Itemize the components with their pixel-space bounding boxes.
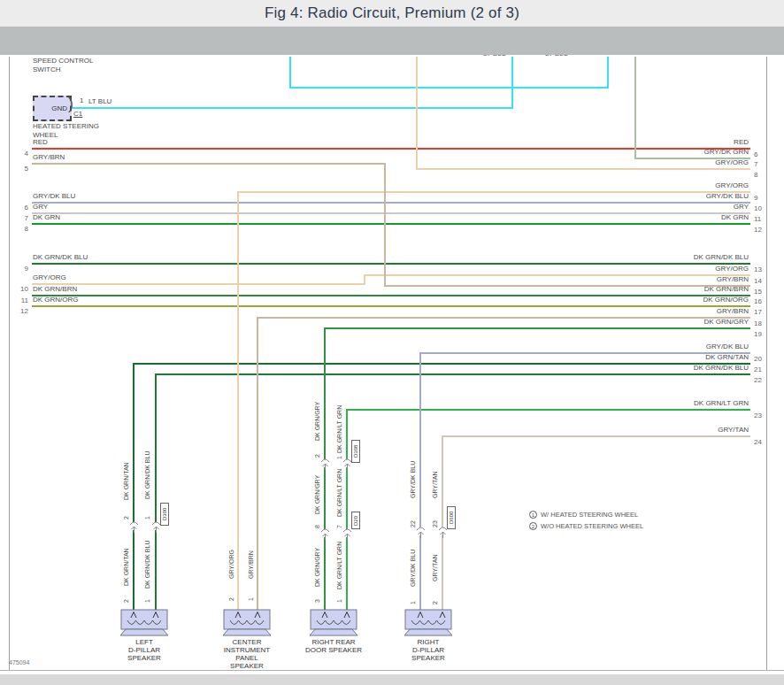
inline-connector-label: D600 [447,506,456,529]
wire-label-vertical: 3 [312,596,322,605]
wire-label-vertical: 1 [334,596,344,605]
inline-connector-label: D308 [351,440,360,463]
wire-segment-gry_brn [384,163,386,287]
wire-label: DK GRN/BRN [33,285,77,293]
wire-label-vertical: GRY/DK BLU [408,540,418,596]
wire-label-vertical: DK GRN/LT GRN [334,536,344,595]
wire-segment-gry_tan [442,435,750,437]
wire-label: DK GRN/TAN [572,353,749,361]
pin-number: 10 [16,285,28,293]
speaker-name: LEFT [96,638,193,646]
pin-number: 18 [754,319,762,327]
figure-title: Fig 4: Radio Circuit, Premium (2 of 3) [0,0,784,22]
gnd-pin-number: 1 [80,96,83,104]
wire-label-vertical: GRY/TAN [430,542,440,595]
wire-label: DK GRN/DK BLU [572,364,749,372]
pin-number: 24 [754,438,762,446]
pin-number: 14 [754,277,762,285]
inline-connector-label: D300 [160,503,169,526]
pin-number: 19 [754,330,762,338]
wire-segment-lt_blu [71,107,511,109]
footer-doc-number: 475094 [9,659,29,666]
pin-number: 7 [16,214,28,222]
speaker-name: D-PILLAR [380,646,477,654]
wire-segment-lt_blu [289,87,607,89]
speaker-name: SPEAKER [96,654,193,662]
pin-number: 6 [754,150,757,158]
pin-number: 11 [754,215,761,223]
speaker [404,609,452,637]
wire-label: GRY [572,203,749,211]
wire-label: GRY/DK BLU [572,342,749,350]
connector-c1-label: C1 [73,110,82,118]
speaker [223,609,271,637]
wire-label: DK GRN/LT GRN [572,399,749,407]
wire-label: GRY/ORG [572,265,749,273]
wire-label: GRY/ORG [33,273,66,281]
speaker-name: INSTRUMENT [198,646,296,654]
speaker-name: DOOR SPEAKER [285,646,382,654]
pin-number: 7 [754,160,757,168]
speaker-name: SPEAKER [198,662,296,670]
pin-number: 9 [754,194,757,202]
footer-strip [0,674,784,685]
speaker [310,609,357,637]
legend-item: 2 W/O HEATED STEERING WHEEL [529,522,643,530]
pin-number: 23 [754,412,762,419]
wire-segment-gry_dk_blu [419,352,421,611]
inline-connector-label: D20 [351,512,360,529]
wire-label: DK GRN [33,213,60,221]
wire-segment-gry_org [237,191,239,611]
wire-label: GRY/DK BLU [572,192,749,200]
speaker-name: RIGHT [380,638,477,646]
gray-band [0,27,784,55]
wire-label-vertical: GRY/ORG [227,536,236,593]
wire-segment-gry_brn [32,163,384,165]
wire-segment-dk_grn_lt_grn [346,409,750,411]
wire-label-vertical: DK GRN/LT GRN [334,412,344,453]
pin-number: 9 [16,265,28,273]
wire-label-vertical: 1 [246,595,256,604]
gnd-label: GND [51,104,67,112]
wire-segment-lt_blu [607,57,609,89]
diagram-frame-right [766,57,767,670]
wire-label-vertical: DK GRN/GRY [312,540,322,595]
inline-connector-break-icon [319,456,332,474]
wire-segment-dk_grn_dk_blu [155,373,750,375]
pin-number: 13 [754,266,762,273]
wire-label-vertical: DK GRN/GRY [312,391,322,451]
wire-label: DK GRN/DK BLU [572,253,749,261]
speed-control-switch-label: SWITCH [33,65,61,74]
wire-segment-lt_blu [289,57,291,89]
wire-label: DK GRN/ORG [33,296,79,304]
speaker-name: CENTER [198,638,296,646]
wire-segment-gry_org [32,283,364,285]
wire-label: DK GRN [572,213,749,221]
wire-label: GRY/DK GRN [572,148,749,156]
pin-number: 6 [16,204,28,212]
pin-number: 20 [754,355,762,363]
pin-number: 8 [754,171,757,179]
wire-segment-dk_grn_lt_grn [346,409,348,611]
wire-label-vertical: DK GRN/TAN [121,540,131,595]
heated-steering-wheel-label: HEATED STEERING [33,122,99,131]
gnd-box: GND [33,96,72,121]
pin-number: 11 [16,296,28,304]
pin-number: 8 [16,225,28,233]
wire-label: GRY/BRN [33,153,65,161]
footer-divider [0,670,784,671]
wiring-diagram-page: Fig 4: Radio Circuit, Premium (2 of 3) S… [0,0,784,685]
wire-label-vertical: DK GRN/TAN [121,447,131,516]
wire-label: GRY/BRN [572,307,749,315]
wire-segment-gry_tan [442,435,443,611]
pin-number: 4 [16,150,28,158]
speed-control-switch-label: SPEED CONTROL [33,57,93,65]
wire-label: DK GRN/DK BLU [33,253,88,261]
speaker-name: SPEAKER [380,654,477,662]
wire-label: DK GRN/ORG [572,296,749,304]
figure-title-bar: Fig 4: Radio Circuit, Premium (2 of 3) [0,0,784,27]
wire-label-vertical: GRY/DK BLU [408,444,418,515]
pin-number: 5 [16,165,28,173]
pin-number: 16 [754,297,762,305]
wire-segment-dk_grn_tan [133,363,135,611]
